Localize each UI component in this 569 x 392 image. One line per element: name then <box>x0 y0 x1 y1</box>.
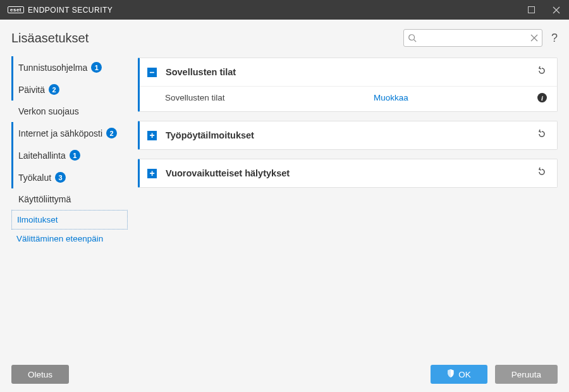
badge: 1 <box>70 150 80 161</box>
sidebar-item-tunnistusohjelma[interactable]: Tunnistusohjelma 1 <box>11 56 128 78</box>
panel-title: Vuorovaikutteiset hälytykset <box>166 168 528 178</box>
sidebar-item-laitehallinta[interactable]: Laitehallinta 1 <box>11 144 128 166</box>
footer: Oletus OK Peruuta <box>0 357 569 392</box>
badge: 3 <box>55 172 66 183</box>
svg-line-4 <box>414 40 417 42</box>
header: Lisäasetukset ? <box>0 20 569 56</box>
close-icon <box>553 6 560 14</box>
sidebar-item-label: Päivitä <box>18 85 45 95</box>
sidebar-item-label: Internet ja sähköposti <box>18 128 102 138</box>
panel-header[interactable]: + Vuorovaikutteiset hälytykset <box>140 159 557 187</box>
sidebar-item-internet-sahkoposti[interactable]: Internet ja sähköposti 2 <box>11 122 128 144</box>
badge: 1 <box>91 62 102 73</box>
sidebar-item-label: Työkalut <box>18 173 51 183</box>
panel-vuorovaikutteiset-halytykset: + Vuorovaikutteiset hälytykset <box>138 159 558 188</box>
maximize-button[interactable] <box>518 0 544 20</box>
clear-search-icon[interactable] <box>530 34 538 42</box>
brand-box: eset <box>8 6 24 13</box>
panel-header[interactable]: + Työpöytäilmoitukset <box>140 121 557 149</box>
sidebar: Tunnistusohjelma 1 Päivitä 2 Verkon suoj… <box>11 56 138 357</box>
body: Tunnistusohjelma 1 Päivitä 2 Verkon suoj… <box>0 56 569 357</box>
brand: eset ENDPOINT SECURITY <box>8 6 113 15</box>
sidebar-child-ilmoitukset[interactable]: Ilmoitukset <box>11 210 128 230</box>
sidebar-child-label: Ilmoitukset <box>17 215 58 224</box>
expand-icon[interactable]: + <box>147 131 157 140</box>
row-label: Sovellusten tilat <box>165 93 374 102</box>
brand-text: ENDPOINT SECURITY <box>28 6 113 15</box>
sidebar-child-label: Välittäminen eteenpäin <box>16 234 103 243</box>
revert-icon[interactable] <box>537 66 547 78</box>
sidebar-item-label: Tunnistusohjelma <box>18 63 87 73</box>
button-label: Oletus <box>28 370 52 379</box>
svg-rect-0 <box>528 7 534 13</box>
window-controls <box>518 0 569 20</box>
sidebar-item-label: Käyttöliittymä <box>18 194 71 204</box>
help-button[interactable]: ? <box>551 32 558 45</box>
badge: 2 <box>49 84 59 95</box>
panel-header[interactable]: – Sovellusten tilat <box>140 58 557 86</box>
sidebar-item-tyokalut[interactable]: Työkalut 3 <box>11 166 128 188</box>
panel-title: Työpöytäilmoitukset <box>166 130 528 140</box>
svg-point-3 <box>409 35 415 40</box>
panel-tyopoytailmoitukset: + Työpöytäilmoitukset <box>138 121 558 150</box>
sidebar-item-label: Verkon suojaus <box>18 106 79 116</box>
button-label: Peruuta <box>511 370 541 379</box>
panel-row-sovellusten-tilat: Sovellusten tilat Muokkaa i <box>140 86 557 111</box>
badge: 2 <box>106 128 117 138</box>
sidebar-child-valittaminen[interactable]: Välittäminen eteenpäin <box>11 230 128 248</box>
cancel-button[interactable]: Peruuta <box>495 365 558 384</box>
titlebar: eset ENDPOINT SECURITY <box>0 0 569 20</box>
edit-link[interactable]: Muokkaa <box>374 93 537 102</box>
search-field[interactable] <box>403 29 542 47</box>
shield-icon <box>447 369 455 379</box>
revert-icon[interactable] <box>537 129 547 142</box>
search-input[interactable] <box>417 34 530 43</box>
content: – Sovellusten tilat Sovellusten tilat Mu… <box>138 56 558 357</box>
page-title: Lisäasetukset <box>11 31 89 46</box>
expand-icon[interactable]: + <box>147 169 157 178</box>
panel-sovellusten-tilat: – Sovellusten tilat Sovellusten tilat Mu… <box>138 58 558 112</box>
sidebar-item-paivita[interactable]: Päivitä 2 <box>11 78 128 101</box>
close-button[interactable] <box>544 0 569 20</box>
search-icon <box>408 34 417 42</box>
sidebar-item-label: Laitehallinta <box>18 150 66 161</box>
sidebar-item-kayttoliittyma[interactable]: Käyttöliittymä <box>11 188 128 210</box>
collapse-icon[interactable]: – <box>147 68 157 77</box>
maximize-icon <box>528 6 535 13</box>
button-label: OK <box>458 370 471 379</box>
default-button[interactable]: Oletus <box>11 365 69 384</box>
ok-button[interactable]: OK <box>431 365 487 384</box>
panel-title: Sovellusten tilat <box>166 67 528 77</box>
info-icon[interactable]: i <box>537 93 547 102</box>
sidebar-item-verkon-suojaus[interactable]: Verkon suojaus <box>11 101 128 122</box>
revert-icon[interactable] <box>537 167 547 180</box>
